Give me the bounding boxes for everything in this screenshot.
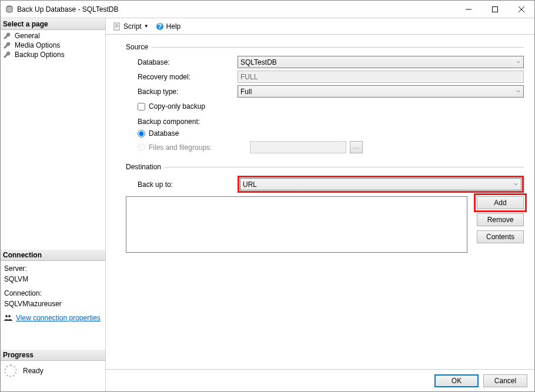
filegroups-field bbox=[250, 141, 346, 153]
database-row: Database: SQLTestDB bbox=[126, 56, 524, 68]
copy-only-label: Copy-only backup bbox=[149, 102, 205, 110]
toolbar: Script ▼ ? Help bbox=[106, 18, 534, 35]
copy-only-row: Copy-only backup bbox=[126, 102, 524, 110]
content-area: Source Database: SQLTestDB Recovery mode… bbox=[106, 35, 534, 369]
back-up-to-select[interactable]: URL bbox=[240, 178, 521, 190]
connection-header: Connection bbox=[1, 249, 105, 261]
database-icon bbox=[5, 5, 14, 14]
cancel-button[interactable]: Cancel bbox=[483, 374, 527, 387]
chevron-down-icon: ▼ bbox=[144, 24, 149, 29]
destination-list-area: Add Remove Contents bbox=[126, 196, 524, 253]
people-icon bbox=[4, 314, 12, 321]
add-button[interactable]: Add bbox=[477, 196, 524, 209]
backup-type-row: Backup type: Full bbox=[126, 85, 524, 98]
radio-files-row: Files and filegroups: … bbox=[126, 141, 524, 153]
progress-status: Ready bbox=[23, 367, 44, 375]
radio-files-label: Files and filegroups: bbox=[149, 143, 246, 152]
remove-button[interactable]: Remove bbox=[477, 213, 524, 226]
contents-button[interactable]: Contents bbox=[477, 230, 524, 243]
script-icon bbox=[113, 22, 121, 31]
radio-database-row: Database bbox=[126, 129, 524, 138]
titlebar: Back Up Database - SQLTestDB bbox=[1, 1, 534, 18]
right-panel: Script ▼ ? Help Source Database: bbox=[105, 18, 534, 391]
recovery-row: Recovery model: bbox=[126, 71, 524, 83]
back-up-to-highlight: URL bbox=[238, 176, 524, 193]
radio-database-label: Database bbox=[149, 129, 179, 138]
radio-database[interactable] bbox=[138, 130, 145, 138]
page-label: Media Options bbox=[15, 41, 60, 49]
progress-header: Progress bbox=[1, 349, 105, 361]
script-label: Script bbox=[123, 22, 142, 31]
recovery-label: Recovery model: bbox=[126, 73, 238, 81]
server-label: Server: bbox=[4, 263, 102, 274]
view-connection-properties-link[interactable]: View connection properties bbox=[16, 313, 101, 323]
page-label: General bbox=[15, 32, 40, 40]
script-button[interactable]: Script ▼ bbox=[111, 21, 151, 32]
destination-group-label: Destination bbox=[126, 163, 524, 171]
select-page-header: Select a page bbox=[1, 18, 105, 30]
database-select[interactable]: SQLTestDB bbox=[238, 56, 524, 68]
radio-files[interactable] bbox=[138, 143, 145, 151]
wrench-icon bbox=[3, 41, 11, 49]
help-button[interactable]: ? Help bbox=[153, 21, 183, 32]
destination-listbox[interactable] bbox=[126, 196, 467, 253]
maximize-button[interactable] bbox=[482, 1, 508, 18]
backup-component-label: Backup component: bbox=[126, 118, 524, 126]
svg-point-6 bbox=[8, 315, 11, 317]
svg-rect-2 bbox=[492, 6, 497, 12]
window-title: Back Up Database - SQLTestDB bbox=[17, 5, 119, 14]
backup-type-label: Backup type: bbox=[126, 88, 238, 96]
page-item-general[interactable]: General bbox=[2, 31, 104, 41]
progress-spinner-icon bbox=[4, 364, 17, 377]
page-item-media-options[interactable]: Media Options bbox=[2, 41, 104, 50]
help-icon: ? bbox=[156, 22, 164, 31]
ok-button[interactable]: OK bbox=[434, 374, 479, 387]
window-root: Back Up Database - SQLTestDB Select a pa… bbox=[0, 0, 535, 392]
page-list: General Media Options Backup Options bbox=[1, 30, 105, 61]
left-panel: Select a page General Media Options Back… bbox=[1, 18, 105, 391]
back-up-to-label: Back up to: bbox=[126, 180, 238, 189]
help-label: Help bbox=[166, 22, 181, 31]
source-group-label: Source bbox=[126, 43, 524, 51]
svg-rect-7 bbox=[114, 23, 119, 30]
close-button[interactable] bbox=[508, 1, 534, 18]
svg-text:?: ? bbox=[158, 22, 162, 31]
page-item-backup-options[interactable]: Backup Options bbox=[2, 50, 104, 59]
copy-only-checkbox[interactable] bbox=[138, 103, 145, 110]
recovery-model-field bbox=[238, 71, 524, 83]
database-label: Database: bbox=[126, 58, 238, 66]
back-up-to-row: Back up to: URL bbox=[126, 176, 524, 193]
wrench-icon bbox=[3, 32, 11, 40]
page-label: Backup Options bbox=[15, 51, 65, 59]
connection-label: Connection: bbox=[4, 288, 102, 299]
wrench-icon bbox=[3, 51, 11, 59]
connection-body: Server: SQLVM Connection: SQLVM\azureuse… bbox=[1, 261, 105, 326]
server-value: SQLVM bbox=[4, 274, 102, 284]
svg-point-5 bbox=[5, 315, 8, 317]
filegroups-browse-button[interactable]: … bbox=[350, 141, 363, 153]
progress-body: Ready bbox=[1, 361, 105, 381]
footer: OK Cancel bbox=[106, 369, 534, 391]
connection-value: SQLVM\azureuser bbox=[4, 299, 102, 309]
backup-type-select[interactable]: Full bbox=[238, 85, 524, 98]
minimize-button[interactable] bbox=[455, 1, 482, 18]
